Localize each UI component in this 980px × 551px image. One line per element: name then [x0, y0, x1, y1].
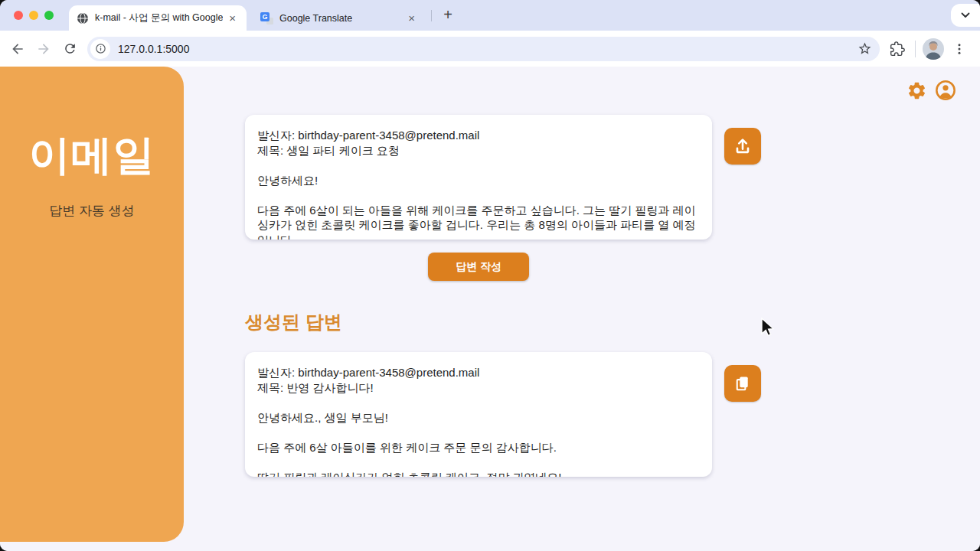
- info-icon: [95, 43, 106, 54]
- tab-strip: k-mail - 사업 문의 with Google × G Google Tr…: [0, 0, 980, 31]
- settings-button[interactable]: [906, 80, 927, 101]
- app-subtitle: 답변 자동 생성: [0, 202, 184, 220]
- minimize-window-button[interactable]: [29, 11, 38, 20]
- sidebar: 이메일 답변 자동 생성: [0, 67, 184, 542]
- incoming-email-text: 발신자: birthday-parent-3458@pretend.mail 제…: [257, 128, 700, 240]
- tab-search-button[interactable]: [951, 4, 980, 27]
- reload-button[interactable]: [57, 36, 83, 62]
- tab-close-button[interactable]: ×: [405, 11, 418, 25]
- new-tab-button[interactable]: +: [438, 5, 458, 25]
- copy-icon: [733, 373, 753, 393]
- puzzle-icon: [890, 41, 905, 57]
- zoom-window-button[interactable]: [44, 11, 54, 20]
- browser-toolbar: 127.0.0.1:5000: [0, 31, 980, 67]
- browser-menu-button[interactable]: [946, 36, 972, 62]
- bookmark-button[interactable]: [858, 41, 872, 56]
- google-translate-icon: G: [260, 12, 273, 24]
- forward-arrow-icon: [36, 41, 51, 57]
- header-icons: [906, 80, 956, 101]
- reload-icon: [63, 41, 77, 56]
- globe-icon: [77, 12, 89, 24]
- account-button[interactable]: [935, 80, 956, 101]
- profile-avatar-button[interactable]: [920, 36, 946, 62]
- extensions-button[interactable]: [884, 36, 910, 62]
- tab-divider: [431, 10, 432, 21]
- url-text: 127.0.0.1:5000: [118, 43, 189, 55]
- app-title: 이메일: [0, 128, 184, 184]
- toolbar-divider: [915, 41, 916, 57]
- avatar: [923, 38, 944, 60]
- site-info-button[interactable]: [90, 39, 110, 59]
- upload-icon: [733, 136, 753, 156]
- address-bar[interactable]: 127.0.0.1:5000: [87, 37, 880, 61]
- mouse-cursor: [756, 315, 776, 341]
- close-window-button[interactable]: [14, 11, 23, 20]
- incoming-email-card: 발신자: birthday-parent-3458@pretend.mail 제…: [245, 115, 712, 240]
- traffic-lights: [14, 11, 54, 20]
- forward-button[interactable]: [31, 36, 57, 62]
- tab-close-button[interactable]: ×: [226, 11, 239, 25]
- generated-email-card: 발신자: birthday-parent-3458@pretend.mail 제…: [245, 352, 712, 477]
- back-arrow-icon: [10, 41, 25, 57]
- tab-title: Google Translate: [279, 13, 352, 24]
- page-content: 이메일 답변 자동 생성 발신자: birthday-parent-3458@p…: [0, 67, 980, 551]
- copy-button[interactable]: [724, 365, 761, 402]
- generated-email-text: 발신자: birthday-parent-3458@pretend.mail 제…: [257, 365, 700, 477]
- gear-icon: [906, 80, 927, 101]
- tab-kmail[interactable]: k-mail - 사업 문의 with Google ×: [69, 5, 247, 31]
- compose-reply-button[interactable]: 답변 작성: [428, 253, 529, 281]
- account-icon: [935, 80, 956, 101]
- upload-button[interactable]: [724, 128, 761, 165]
- back-button[interactable]: [5, 36, 31, 62]
- generated-reply-heading: 생성된 답변: [245, 310, 342, 334]
- kebab-icon: [952, 42, 966, 56]
- tab-title: k-mail - 사업 문의 with Google: [95, 11, 223, 24]
- chevron-down-icon: [961, 12, 970, 18]
- star-icon: [858, 41, 872, 56]
- tab-google-translate[interactable]: G Google Translate ×: [253, 5, 426, 31]
- browser-window: k-mail - 사업 문의 with Google × G Google Tr…: [0, 0, 980, 551]
